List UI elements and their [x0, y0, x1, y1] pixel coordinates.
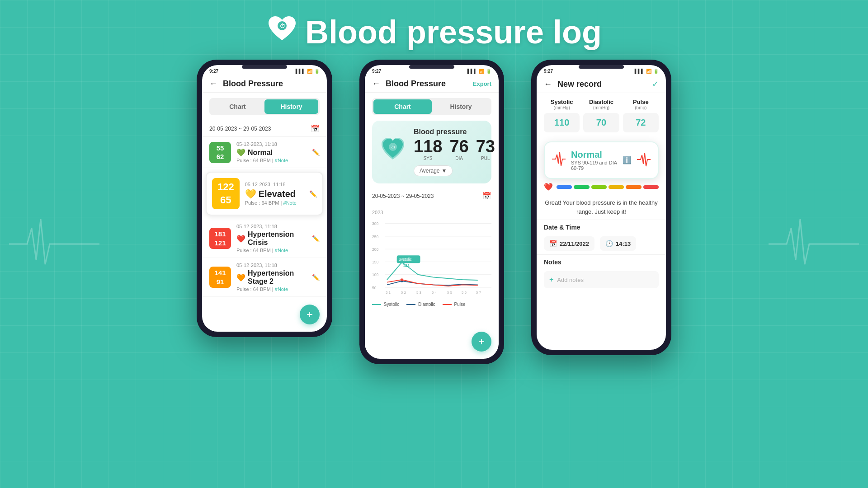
- phone-1-record-4-edit[interactable]: ✏️: [312, 274, 320, 281]
- phone-3-status-title: Normal: [571, 150, 617, 160]
- svg-text:200: 200: [372, 247, 378, 252]
- phone-3-date-value: 22/11/2022: [560, 240, 589, 247]
- phone-2-chart-area: 300 250 200 150 100 50 5-1 5-2 5-3 5-4 5…: [372, 217, 491, 300]
- phone-3-color-scale: ❤️: [537, 183, 666, 191]
- phone-3-back-button[interactable]: ←: [544, 80, 552, 89]
- phone-1-record-1-pulse: Pulse : 64 BPM | #Note: [236, 158, 312, 163]
- phone-3-pulse-value[interactable]: 72: [623, 113, 659, 132]
- phone-1-record-1-edit[interactable]: ✏️: [312, 149, 320, 156]
- phone-2-pul-col: 73 PUL: [476, 138, 495, 161]
- phone-2-tab-chart[interactable]: Chart: [373, 99, 432, 114]
- phone-2-chart-svg: 300 250 200 150 100 50 5-1 5-2 5-3 5-4 5…: [372, 217, 491, 298]
- phone-1-date-range-text: 20-05-2023 ~ 29-05-2023: [209, 126, 271, 132]
- svg-text:141: 141: [403, 263, 410, 268]
- legend-systolic: Systolic: [372, 302, 399, 307]
- wifi-icon-3: 📶: [646, 69, 651, 74]
- phone-1-record-1-date: 05-12-2023, 11:18: [236, 141, 312, 147]
- phone-1-tab-history[interactable]: History: [264, 99, 318, 114]
- phone-3-ecg-left: [552, 150, 566, 171]
- ecg-right-decoration: [769, 210, 859, 278]
- phone-1-record-1-dia: 62: [213, 152, 227, 161]
- phone-1-record-3: 181 121 05-12-2023, 11:18 ❤️ Hypertensio…: [202, 219, 327, 258]
- phone-2-sys-label: SYS: [414, 156, 442, 161]
- chevron-down-icon: ▼: [441, 168, 447, 174]
- phone-2-app-header: ← Blood Pressure Export: [365, 75, 499, 93]
- phone-3-notes: + Add notes: [537, 267, 666, 292]
- phone-1-record-2-sys: 122: [217, 181, 234, 194]
- phone-3-screen: 9:27 ▌▌▌ 📶 🔋 ← New record ✓ Systolic (mm…: [537, 65, 666, 350]
- phone-3-normal-info: Normal SYS 90-119 and DIA 60-79: [571, 150, 617, 171]
- svg-text:50: 50: [372, 286, 377, 290]
- phone-3-systolic-value[interactable]: 110: [544, 113, 580, 132]
- phone-3-systolic-label: Systolic: [544, 99, 580, 105]
- phone-1-record-3-dia: 121: [213, 239, 227, 248]
- phone-2-fab-button[interactable]: +: [472, 332, 491, 352]
- phone-1-record-2-edit[interactable]: ✏️: [309, 190, 317, 197]
- phone-1-record-4-dia: 91: [213, 277, 227, 286]
- phone-3-add-note[interactable]: + Add notes: [544, 271, 659, 288]
- phone-1-title: Blood Pressure: [223, 79, 320, 89]
- scale-elevated: [591, 185, 607, 189]
- phone-1-record-2-dia: 65: [217, 194, 234, 207]
- phone-2-calendar-icon[interactable]: 📅: [482, 192, 491, 200]
- battery-icon-2: 🔋: [486, 69, 491, 74]
- phone-1-notch: [242, 65, 287, 69]
- phone-2-pul-label: PUL: [476, 156, 495, 161]
- phone-1-tab-chart[interactable]: Chart: [211, 99, 264, 114]
- phone-2-date-range: 20-05-2023 ~ 29-05-2023 📅: [365, 188, 499, 204]
- phone-1-record-3-date: 05-12-2023, 11:18: [236, 224, 312, 229]
- phone-1-record-4-pulse: Pulse : 64 BPM | #Note: [236, 286, 312, 292]
- phone-2-average-button[interactable]: Average ▼: [414, 165, 453, 176]
- svg-text:5-7: 5-7: [476, 291, 481, 295]
- phone-1-record-4-sys: 141: [213, 268, 227, 277]
- phone-1-record-3-status: ❤️ Hypertension Crisis: [236, 230, 312, 247]
- phone-2-tab-history[interactable]: History: [432, 99, 490, 114]
- phone-3-time: 9:27: [544, 69, 553, 74]
- phone-1: 9:27 ▌▌▌ 📶 🔋 ← Blood Pressure Chart Hist…: [197, 60, 332, 337]
- phones-container: 9:27 ▌▌▌ 📶 🔋 ← Blood Pressure Chart Hist…: [0, 60, 868, 364]
- phone-1-record-2-status: 💛 Elevated: [245, 188, 309, 199]
- svg-text:⏱: ⏱: [280, 23, 285, 29]
- phone-3-date-section-title: Date & Time: [537, 220, 666, 233]
- phone-2-chart-year: 2023: [372, 208, 491, 217]
- phone-1-back-button[interactable]: ←: [209, 79, 217, 89]
- scale-stage2: [626, 185, 641, 189]
- clock-icon: 🕐: [605, 240, 613, 247]
- svg-text:⏱: ⏱: [391, 145, 396, 150]
- phone-1-calendar-icon[interactable]: 📅: [311, 124, 320, 133]
- phone-3-ecg-right: [637, 150, 651, 170]
- phone-2-export-button[interactable]: Export: [473, 80, 491, 87]
- main-title: ⏱ Blood pressure log: [0, 14, 868, 51]
- scale-normal: [574, 185, 589, 189]
- heart-logo-icon: ⏱: [266, 14, 298, 51]
- phone-2-chart-container: 2023 300 250 200 150: [365, 204, 499, 312]
- scale-crisis: [643, 185, 659, 189]
- phone-2-time: 9:27: [372, 69, 381, 74]
- svg-text:100: 100: [372, 272, 378, 277]
- svg-text:5-1: 5-1: [386, 291, 391, 295]
- phone-2-status-icons: ▌▌▌ 📶 🔋: [467, 69, 491, 74]
- phone-3-systolic-col: Systolic (mmHg) 110: [544, 99, 580, 132]
- phone-3-check-button[interactable]: ✓: [652, 79, 659, 89]
- phone-1-record-4-date: 05-12-2023, 11:18: [236, 263, 312, 268]
- phone-3-measurements: Systolic (mmHg) 110 Diastolic (mmHg) 70 …: [537, 93, 666, 138]
- phone-2-notch: [409, 65, 454, 69]
- phone-3-diastolic-col: Diastolic (mmHg) 70: [583, 99, 619, 132]
- phone-1-record-4-bp: 141 91: [209, 267, 231, 288]
- phone-1-record-3-edit[interactable]: ✏️: [312, 235, 320, 242]
- phone-2-sys-value: 118: [414, 138, 442, 155]
- phone-3-date-picker[interactable]: 📅 22/11/2022: [544, 236, 594, 251]
- phone-1-fab-button[interactable]: +: [300, 305, 320, 324]
- phone-1-record-2-info: 05-12-2023, 11:18 💛 Elevated Pulse : 64 …: [245, 182, 309, 206]
- phone-1-record-3-pulse: Pulse : 64 BPM | #Note: [236, 248, 312, 253]
- main-title-text: Blood pressure log: [305, 14, 602, 51]
- phone-1-record-1-status: 💚 Normal: [236, 148, 312, 157]
- phone-3-time-picker[interactable]: 🕐 14:13: [600, 236, 636, 251]
- phone-3-notch: [579, 65, 624, 69]
- phone-2-back-button[interactable]: ←: [372, 79, 380, 89]
- phone-3-diastolic-value[interactable]: 70: [583, 113, 619, 132]
- phone-2-legend: Systolic Diastolic Pulse: [372, 300, 491, 309]
- phone-2-tab-bar: Chart History: [372, 98, 491, 115]
- phone-1-record-2-bp: 122 65: [212, 178, 240, 209]
- info-circle-icon[interactable]: ℹ️: [623, 156, 632, 164]
